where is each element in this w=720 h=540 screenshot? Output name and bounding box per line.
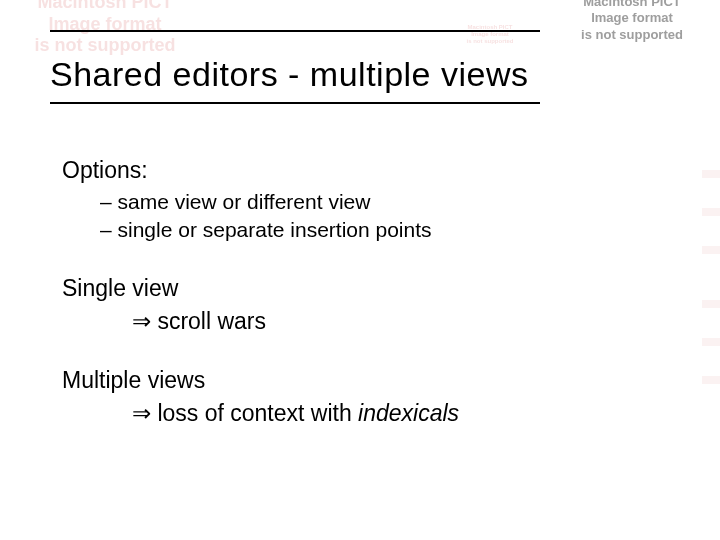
options-section: Options: – same view or different view –… [62, 155, 622, 245]
pict-warning-faint-small: Macintosh PICT Image format is not suppo… [420, 24, 560, 46]
implies-arrow-icon: ⇒ [132, 400, 151, 426]
single-view-lead: Single view [62, 273, 622, 304]
pict-line: Macintosh PICT [37, 0, 172, 12]
single-view-result-text: scroll wars [157, 308, 266, 334]
pict-line: is not supported [467, 38, 514, 44]
pict-line: Image format [591, 10, 673, 25]
slide-body: Options: – same view or different view –… [62, 155, 622, 457]
pict-line: is not supported [581, 27, 683, 42]
options-lead: Options: [62, 155, 622, 186]
title-rule-top [50, 30, 540, 32]
pict-line: Macintosh PICT [583, 0, 681, 9]
slide-title: Shared editors - multiple views [50, 55, 528, 94]
multiple-views-result: ⇒ loss of context with indexicals [132, 398, 622, 429]
multiple-views-result-em: indexicals [358, 400, 459, 426]
pict-line: is not supported [35, 35, 176, 55]
pict-warning-topright: Macintosh PICT Image format is not suppo… [562, 0, 702, 43]
single-view-result: ⇒ scroll wars [132, 306, 622, 337]
pict-warning-faint-topleft: Macintosh PICT Image format is not suppo… [0, 0, 210, 57]
multiple-views-lead: Multiple views [62, 365, 622, 396]
slide: Macintosh PICT Image format is not suppo… [0, 0, 720, 540]
decorative-stripes [702, 170, 720, 284]
title-rule-bottom [50, 102, 540, 104]
multiple-views-result-prefix: loss of context with [157, 400, 358, 426]
implies-arrow-icon: ⇒ [132, 308, 151, 334]
decorative-stripes [702, 300, 720, 414]
single-view-section: Single view ⇒ scroll wars [62, 273, 622, 337]
multiple-views-section: Multiple views ⇒ loss of context with in… [62, 365, 622, 429]
options-item: – same view or different view [100, 188, 622, 216]
pict-line: Image format [471, 31, 509, 37]
options-item: – single or separate insertion points [100, 216, 622, 244]
